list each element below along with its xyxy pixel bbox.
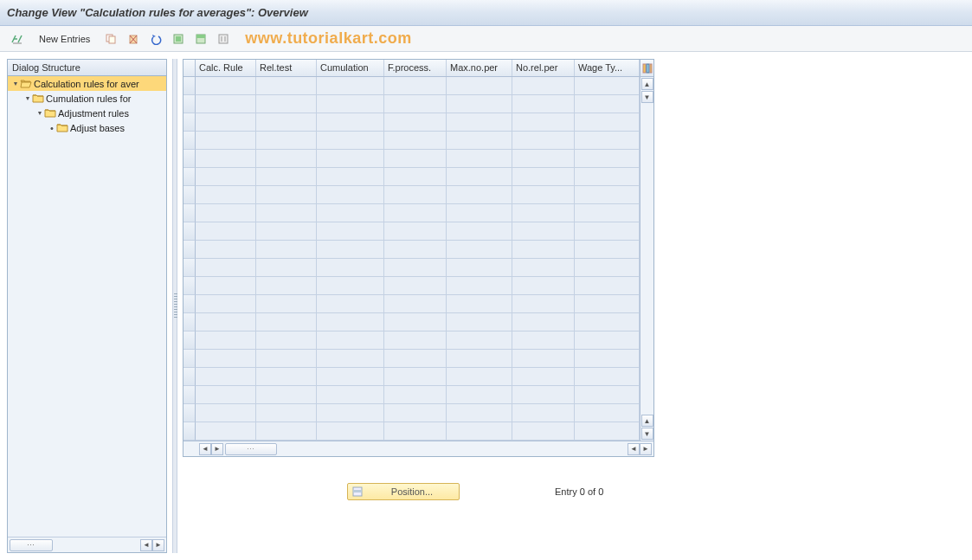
table-cell[interactable] xyxy=(196,422,256,441)
table-cell[interactable] xyxy=(196,150,256,168)
tree-node[interactable]: •Adjust bases xyxy=(8,120,166,135)
row-selector-header[interactable] xyxy=(183,60,196,76)
column-header-calc-rule[interactable]: Calc. Rule xyxy=(196,60,256,76)
table-cell[interactable] xyxy=(317,277,384,295)
row-selector[interactable] xyxy=(183,259,196,277)
table-cell[interactable] xyxy=(317,259,384,277)
table-cell[interactable] xyxy=(447,368,512,386)
row-selector[interactable] xyxy=(183,386,196,404)
table-cell[interactable] xyxy=(575,331,640,350)
table-cell[interactable] xyxy=(512,168,575,186)
expander-icon[interactable]: ▼ xyxy=(35,110,44,116)
table-cell[interactable] xyxy=(256,168,317,186)
table-cell[interactable] xyxy=(384,386,447,404)
table-cell[interactable] xyxy=(196,168,256,186)
table-cell[interactable] xyxy=(575,77,640,95)
table-cell[interactable] xyxy=(196,331,256,350)
table-cell[interactable] xyxy=(196,295,256,313)
table-cell[interactable] xyxy=(256,259,317,277)
row-selector[interactable] xyxy=(183,113,196,132)
table-cell[interactable] xyxy=(447,204,512,222)
table-cell[interactable] xyxy=(575,295,640,313)
column-header-cumulation[interactable]: Cumulation xyxy=(317,60,384,76)
table-cell[interactable] xyxy=(256,241,317,259)
table-cell[interactable] xyxy=(256,150,317,168)
table-cell[interactable] xyxy=(512,186,575,204)
row-selector[interactable] xyxy=(183,95,196,113)
table-cell[interactable] xyxy=(256,386,317,404)
table-row[interactable] xyxy=(183,186,640,204)
splitter-handle[interactable] xyxy=(172,59,177,553)
table-cell[interactable] xyxy=(256,132,317,150)
table-row[interactable] xyxy=(183,386,640,404)
row-selector[interactable] xyxy=(183,331,196,350)
table-cell[interactable] xyxy=(196,404,256,422)
table-cell[interactable] xyxy=(447,241,512,259)
table-cell[interactable] xyxy=(575,113,640,132)
table-cell[interactable] xyxy=(256,368,317,386)
table-cell[interactable] xyxy=(384,77,447,95)
table-cell[interactable] xyxy=(196,204,256,222)
hscroll-right-end-icon[interactable]: ► xyxy=(640,443,652,455)
table-cell[interactable] xyxy=(512,350,575,368)
table-cell[interactable] xyxy=(384,313,447,331)
table-cell[interactable] xyxy=(384,168,447,186)
table-cell[interactable] xyxy=(575,277,640,295)
table-cell[interactable] xyxy=(317,113,384,132)
table-row[interactable] xyxy=(183,331,640,350)
table-row[interactable] xyxy=(183,422,640,441)
column-header-max-no-per[interactable]: Max.no.per xyxy=(447,60,512,76)
table-cell[interactable] xyxy=(196,386,256,404)
table-cell[interactable] xyxy=(512,313,575,331)
table-cell[interactable] xyxy=(575,204,640,222)
table-cell[interactable] xyxy=(512,222,575,241)
table-cell[interactable] xyxy=(575,313,640,331)
table-cell[interactable] xyxy=(447,168,512,186)
hscroll-right-icon[interactable]: ► xyxy=(211,443,223,455)
hscroll-left-end-icon[interactable]: ◄ xyxy=(628,443,640,455)
table-cell[interactable] xyxy=(384,222,447,241)
table-cell[interactable] xyxy=(196,313,256,331)
table-cell[interactable] xyxy=(384,132,447,150)
table-cell[interactable] xyxy=(512,204,575,222)
table-cell[interactable] xyxy=(447,331,512,350)
table-cell[interactable] xyxy=(196,222,256,241)
table-cell[interactable] xyxy=(317,222,384,241)
table-cell[interactable] xyxy=(384,113,447,132)
table-cell[interactable] xyxy=(317,241,384,259)
table-cell[interactable] xyxy=(447,350,512,368)
row-selector[interactable] xyxy=(183,277,196,295)
table-cell[interactable] xyxy=(447,277,512,295)
table-cell[interactable] xyxy=(256,331,317,350)
table-cell[interactable] xyxy=(256,113,317,132)
table-cell[interactable] xyxy=(447,113,512,132)
sidebar-scroll-right-icon[interactable]: ► xyxy=(152,539,164,551)
table-cell[interactable] xyxy=(447,222,512,241)
table-cell[interactable] xyxy=(256,295,317,313)
table-cell[interactable] xyxy=(317,368,384,386)
table-cell[interactable] xyxy=(575,186,640,204)
table-cell[interactable] xyxy=(575,150,640,168)
table-cell[interactable] xyxy=(384,368,447,386)
table-cell[interactable] xyxy=(447,150,512,168)
table-cell[interactable] xyxy=(196,113,256,132)
column-header-f-process[interactable]: F.process. xyxy=(384,60,447,76)
toggle-icon[interactable] xyxy=(7,30,28,48)
table-cell[interactable] xyxy=(384,295,447,313)
table-row[interactable] xyxy=(183,95,640,113)
table-cell[interactable] xyxy=(196,186,256,204)
row-selector[interactable] xyxy=(183,168,196,186)
table-cell[interactable] xyxy=(317,168,384,186)
table-cell[interactable] xyxy=(384,422,447,441)
table-cell[interactable] xyxy=(512,259,575,277)
table-cell[interactable] xyxy=(384,404,447,422)
table-cell[interactable] xyxy=(384,259,447,277)
table-row[interactable] xyxy=(183,313,640,331)
hscroll-track[interactable]: ⋯ xyxy=(225,443,277,455)
table-cell[interactable] xyxy=(256,277,317,295)
table-cell[interactable] xyxy=(512,241,575,259)
table-cell[interactable] xyxy=(317,331,384,350)
table-cell[interactable] xyxy=(317,132,384,150)
table-cell[interactable] xyxy=(317,186,384,204)
sidebar-more-button[interactable]: ⋯ xyxy=(10,539,53,551)
